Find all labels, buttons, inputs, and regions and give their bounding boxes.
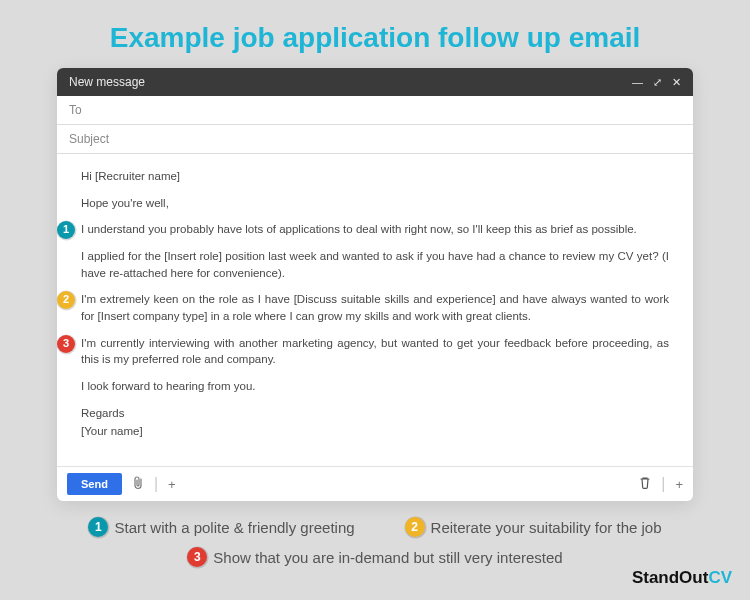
divider-icon: | [661, 475, 665, 493]
legend-1-text: Start with a polite & friendly greeting [114, 519, 354, 536]
brand-logo: StandOutCV [632, 568, 732, 588]
window-titlebar: New message — ⤢ ✕ [57, 68, 693, 96]
badge-3-icon: 3 [187, 547, 207, 567]
paragraph-1-text: I understand you probably have lots of a… [81, 223, 637, 235]
more-right-icon[interactable]: + [675, 477, 683, 492]
attachment-icon[interactable] [132, 476, 144, 493]
email-body[interactable]: Hi [Recruiter name] Hope you're well, 1 … [57, 154, 693, 466]
page-title: Example job application follow up email [0, 0, 750, 68]
subject-field-row [57, 125, 693, 154]
legend-item-2: 2 Reiterate your suitability for the job [405, 517, 662, 537]
closing-line: I look forward to hearing from you. [81, 378, 669, 395]
badge-1-icon: 1 [88, 517, 108, 537]
subject-input[interactable] [69, 132, 681, 146]
legend: 1 Start with a polite & friendly greetin… [35, 517, 715, 567]
brand-part1: StandOut [632, 568, 709, 587]
brand-part2: CV [708, 568, 732, 587]
paragraph-1: 1 I understand you probably have lots of… [81, 221, 669, 238]
window-title: New message [69, 75, 145, 89]
legend-item-1: 1 Start with a polite & friendly greetin… [88, 517, 354, 537]
expand-icon[interactable]: ⤢ [653, 77, 662, 88]
greeting-line: Hi [Recruiter name] [81, 168, 669, 185]
trash-icon[interactable] [639, 476, 651, 492]
divider-icon: | [154, 475, 158, 493]
badge-1-icon: 1 [57, 221, 75, 239]
email-compose-window: New message — ⤢ ✕ Hi [Recruiter name] Ho… [57, 68, 693, 501]
paragraph-3-text: I'm extremely keen on the role as I have… [81, 293, 669, 322]
close-icon[interactable]: ✕ [672, 77, 681, 88]
paragraph-3: 2 I'm extremely keen on the role as I ha… [81, 291, 669, 324]
name-line: [Your name] [81, 423, 669, 440]
to-field-row [57, 96, 693, 125]
send-button[interactable]: Send [67, 473, 122, 495]
badge-3-icon: 3 [57, 335, 75, 353]
legend-3-text: Show that you are in-demand but still ve… [213, 549, 562, 566]
badge-2-icon: 2 [405, 517, 425, 537]
legend-2-text: Reiterate your suitability for the job [431, 519, 662, 536]
paragraph-2: I applied for the [Insert role] position… [81, 248, 669, 281]
window-controls: — ⤢ ✕ [632, 77, 681, 88]
compose-toolbar: Send | + | + [57, 466, 693, 501]
paragraph-4-text: I'm currently interviewing with another … [81, 337, 669, 366]
paragraph-4: 3 I'm currently interviewing with anothe… [81, 335, 669, 368]
signoff-line: Regards [81, 405, 669, 422]
more-left-icon[interactable]: + [168, 477, 176, 492]
minimize-icon[interactable]: — [632, 77, 643, 88]
wellwish-line: Hope you're well, [81, 195, 669, 212]
badge-2-icon: 2 [57, 291, 75, 309]
legend-item-3: 3 Show that you are in-demand but still … [187, 547, 562, 567]
to-input[interactable] [69, 103, 681, 117]
